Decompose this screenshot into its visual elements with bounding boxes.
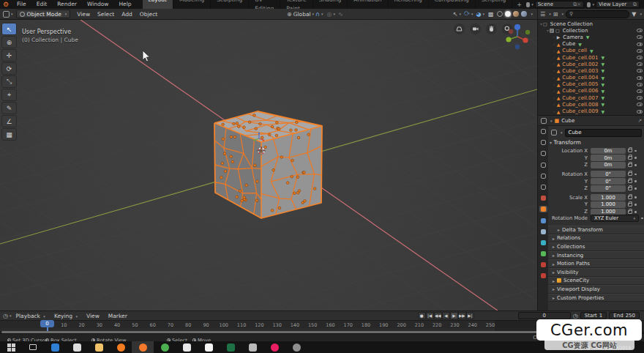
object-name-field[interactable]: Cube bbox=[565, 129, 642, 137]
rotate-tool[interactable]: ⟳ bbox=[1, 62, 17, 75]
timeline-menu-keying[interactable]: Keying ▾ bbox=[50, 313, 82, 319]
taskbar-app-chrome[interactable] bbox=[154, 341, 176, 353]
hide-eye-icon[interactable] bbox=[637, 35, 643, 39]
pan-icon[interactable] bbox=[486, 23, 497, 34]
taskbar-app-excel[interactable] bbox=[220, 341, 242, 353]
lock-icon[interactable] bbox=[628, 196, 632, 199]
properties-tab-object-data[interactable] bbox=[539, 250, 547, 257]
taskbar-app-media[interactable] bbox=[263, 341, 285, 353]
hide-eye-icon[interactable] bbox=[637, 89, 643, 93]
section-motion-paths[interactable]: ▸Motion Paths bbox=[548, 259, 644, 268]
transform-value-field[interactable]: 1.000 bbox=[591, 201, 626, 208]
properties-tab-object[interactable] bbox=[539, 206, 547, 212]
hide-eye-icon[interactable] bbox=[637, 103, 643, 106]
lock-icon[interactable] bbox=[628, 172, 632, 176]
filter-funnel-icon[interactable]: ▼ bbox=[632, 11, 636, 18]
proportional-editing-icon[interactable]: ◎ bbox=[326, 11, 332, 18]
section-custom-properties[interactable]: ▸Custom Properties bbox=[548, 294, 644, 302]
shading-wireframe-icon[interactable] bbox=[497, 11, 503, 17]
menu-window[interactable]: Window bbox=[82, 1, 114, 7]
animate-dot[interactable] bbox=[634, 157, 637, 159]
next-keyframe-button[interactable]: ▶▶ bbox=[458, 312, 466, 319]
taskbar-app-notepad[interactable] bbox=[198, 341, 220, 353]
animate-dot[interactable] bbox=[634, 150, 637, 152]
taskbar-app-steam[interactable] bbox=[285, 341, 307, 353]
lock-icon[interactable] bbox=[628, 179, 632, 183]
animate-dot[interactable] bbox=[634, 196, 637, 198]
record-button[interactable]: ● bbox=[418, 312, 426, 319]
pin-icon[interactable]: ↗ bbox=[637, 118, 642, 124]
disclosure-icon[interactable]: ▾ bbox=[540, 21, 542, 26]
hide-eye-icon[interactable] bbox=[637, 56, 643, 59]
gizmo-toggle-icon[interactable]: ⧂ bbox=[464, 10, 470, 18]
section-viewport-display[interactable]: ▸Viewport Display bbox=[548, 285, 644, 294]
viewport-menu-view[interactable]: View bbox=[73, 9, 94, 20]
taskbar-app-firefox[interactable] bbox=[110, 341, 132, 353]
section-visibility[interactable]: ▸Visibility bbox=[548, 268, 644, 277]
jump-end-button[interactable]: ▶| bbox=[466, 312, 474, 319]
measure-tool[interactable]: ∠ bbox=[1, 115, 17, 127]
cursor-tool[interactable]: ⊕ bbox=[1, 36, 17, 48]
rotation-mode-dropdown[interactable]: XYZ Euler▾ bbox=[591, 215, 639, 222]
gizmo-x-axis[interactable] bbox=[523, 37, 528, 42]
transform-panel-header[interactable]: ▾ Transform bbox=[550, 139, 581, 146]
taskbar-start[interactable] bbox=[0, 341, 22, 353]
select-tool-icon[interactable]: ↖ bbox=[453, 11, 458, 18]
viewport-menu-select[interactable]: Select bbox=[94, 9, 118, 20]
editor-type-icon[interactable]: ◷ bbox=[3, 313, 8, 319]
animate-dot[interactable] bbox=[634, 180, 637, 182]
outliner-item-camera[interactable]: ╴▶Camera▼ bbox=[538, 34, 644, 40]
mode-selector[interactable]: Object Mode ▾ bbox=[16, 10, 71, 18]
perspective-toggle-icon[interactable] bbox=[454, 23, 465, 34]
transform-value-field[interactable]: 0m bbox=[591, 162, 626, 168]
prev-keyframe-button[interactable]: ◀◀ bbox=[434, 312, 442, 319]
hide-eye-icon[interactable] bbox=[637, 83, 643, 86]
taskbar-app-blender[interactable] bbox=[132, 341, 154, 353]
properties-tab-scene[interactable] bbox=[539, 184, 547, 190]
gizmo-neg-y-axis[interactable] bbox=[525, 30, 530, 34]
section-collections[interactable]: ▸Collections bbox=[548, 242, 644, 251]
menu-help[interactable]: Help bbox=[113, 1, 136, 7]
editor-type-icon[interactable] bbox=[3, 11, 10, 18]
select-box-tool[interactable]: ↖ bbox=[1, 23, 17, 35]
section-scenecity[interactable]: ▸SceneCity bbox=[548, 277, 644, 286]
properties-tab-render[interactable] bbox=[539, 150, 547, 157]
animate-dot[interactable] bbox=[634, 187, 637, 190]
view-layer-selector[interactable]: View Layer ⧉ bbox=[596, 1, 640, 8]
timeline-menu-view[interactable]: View bbox=[82, 313, 104, 319]
properties-tab-material[interactable] bbox=[539, 261, 547, 268]
new-view-layer-icon[interactable]: ⧉ bbox=[633, 1, 637, 7]
lock-icon[interactable] bbox=[628, 187, 632, 190]
current-frame-field[interactable]: 0 bbox=[518, 312, 571, 319]
section-instancing[interactable]: ▸Instancing bbox=[548, 251, 644, 260]
properties-tab-editor-type[interactable] bbox=[539, 128, 547, 135]
new-collection-icon[interactable]: ⊞ bbox=[553, 11, 558, 18]
outliner-item-collection[interactable]: ▾✓▢Collection bbox=[538, 27, 644, 34]
transform-tool[interactable]: ⌖ bbox=[1, 89, 17, 101]
hide-eye-icon[interactable] bbox=[637, 76, 643, 80]
shading-material-icon[interactable] bbox=[513, 11, 519, 17]
properties-tab-modifiers[interactable] bbox=[539, 218, 547, 224]
outliner-search-input[interactable]: ⚲ bbox=[566, 10, 629, 18]
viewport-menu-add[interactable]: Add bbox=[118, 9, 136, 20]
menu-render[interactable]: Render bbox=[52, 1, 82, 7]
animate-dot[interactable] bbox=[634, 204, 637, 206]
properties-tab-world[interactable] bbox=[539, 195, 547, 201]
outliner-item-cube[interactable]: ╴▲Cube▼ bbox=[538, 41, 644, 48]
snap-magnet-icon[interactable]: ∩ bbox=[315, 11, 320, 18]
move-tool[interactable]: ✛ bbox=[1, 49, 17, 62]
current-frame-badge[interactable]: 0 bbox=[40, 320, 54, 327]
disclosure-icon[interactable]: ▾ bbox=[547, 28, 549, 33]
menu-file[interactable]: File bbox=[12, 1, 31, 7]
properties-tab-constraints[interactable] bbox=[539, 239, 547, 246]
jump-start-button[interactable]: |◀ bbox=[426, 312, 434, 319]
xray-toggle-icon[interactable]: ▩ bbox=[488, 11, 494, 18]
orbit-gizmo[interactable] bbox=[503, 22, 533, 53]
properties-tab-view-layer[interactable] bbox=[539, 173, 547, 179]
falloff-icon[interactable]: ∿ bbox=[338, 11, 343, 18]
animate-dot[interactable] bbox=[634, 174, 637, 176]
taskbar-app-check[interactable] bbox=[44, 341, 66, 353]
taskbar-app-unreal[interactable] bbox=[176, 341, 198, 353]
add-primitive-tool[interactable]: ▦ bbox=[1, 128, 17, 141]
collection-checkbox[interactable]: ✓ bbox=[550, 29, 554, 33]
